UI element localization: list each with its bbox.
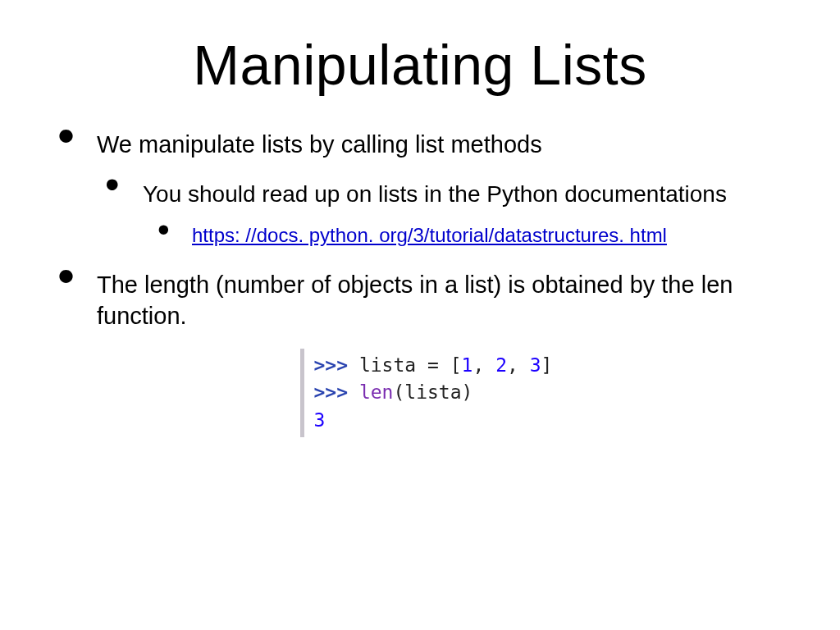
bullet-1-sublist: You should read up on lists in the Pytho… <box>97 179 791 248</box>
bullet-1-1: You should read up on lists in the Pytho… <box>97 179 791 248</box>
code-example: >>> lista = [1, 2, 3] >>> len(lista) 3 <box>300 349 588 437</box>
code-line-1: >>> lista = [1, 2, 3] <box>314 352 585 379</box>
bullet-1-text: We manipulate lists by calling list meth… <box>97 130 791 161</box>
prompt: >>> <box>314 381 349 403</box>
code-func: len <box>359 381 394 403</box>
docs-link[interactable]: https: //docs. python. org/3/tutorial/da… <box>192 224 667 246</box>
bullet-1: We manipulate lists by calling list meth… <box>49 130 791 247</box>
code-line-2: >>> len(lista) <box>314 379 585 406</box>
slide: Manipulating Lists We manipulate lists b… <box>0 0 840 493</box>
bullet-list: We manipulate lists by calling list meth… <box>49 130 791 437</box>
bullet-1-1-sublist: https: //docs. python. org/3/tutorial/da… <box>143 224 791 247</box>
code-output: 3 <box>314 409 326 431</box>
slide-title: Manipulating Lists <box>49 33 791 97</box>
prompt: >>> <box>314 354 349 376</box>
code-line-3: 3 <box>314 407 585 434</box>
bullet-2: The length (number of objects in a list)… <box>49 270 791 436</box>
bullet-1-1-text: You should read up on lists in the Pytho… <box>143 179 791 210</box>
code-ident: lista <box>359 354 416 376</box>
bullet-1-1-1: https: //docs. python. org/3/tutorial/da… <box>143 224 791 247</box>
bullet-2-text: The length (number of objects in a list)… <box>97 270 791 331</box>
